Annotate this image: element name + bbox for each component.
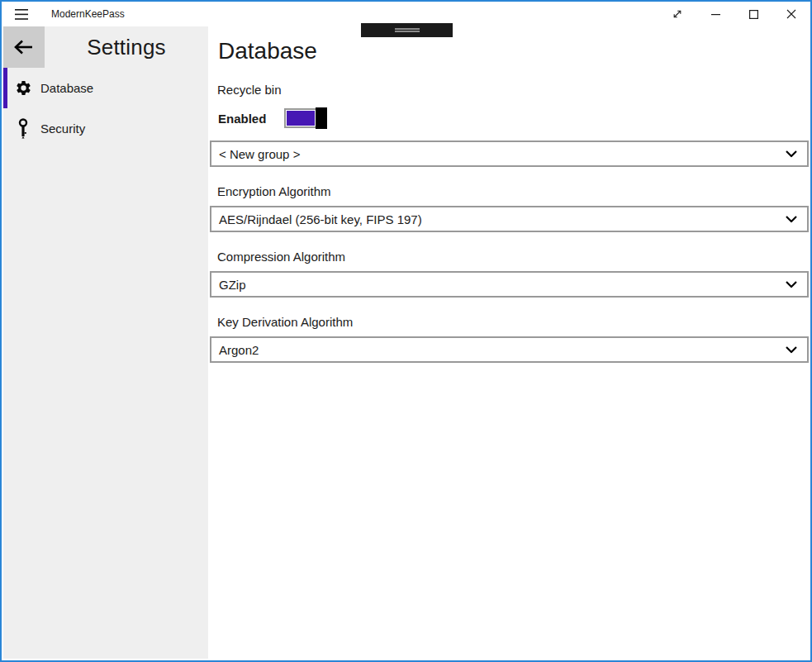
selected-indicator — [3, 68, 7, 108]
key-icon — [14, 120, 32, 138]
minimize-button[interactable] — [696, 2, 734, 26]
close-icon — [786, 9, 796, 19]
dropdown-value: Argon2 — [219, 343, 259, 357]
compression-algorithm-dropdown[interactable]: GZip — [210, 271, 809, 298]
encryption-algorithm-dropdown[interactable]: AES/Rijndael (256-bit key, FIPS 197) — [210, 206, 809, 232]
gear-icon — [14, 79, 32, 98]
minimize-icon — [711, 10, 720, 19]
recycle-bin-toggle-row: Enabled — [218, 107, 809, 129]
key-derivation-algorithm-dropdown[interactable]: Argon2 — [210, 336, 809, 363]
chevron-down-icon — [786, 346, 797, 354]
database-settings-panel: Database Recycle bin Enabled < New group… — [208, 26, 809, 659]
encryption-algorithm-label: Encryption Algorithm — [217, 183, 809, 200]
chevron-down-icon — [786, 281, 797, 288]
hamburger-menu-button[interactable] — [2, 2, 41, 26]
dropdown-value: < New group > — [219, 147, 300, 161]
settings-nav: Database Security — [3, 68, 208, 149]
close-button[interactable] — [772, 2, 810, 26]
selected-indicator — [3, 108, 7, 149]
sidebar-item-security[interactable]: Security — [3, 108, 208, 149]
toggle-fill — [287, 111, 315, 126]
drag-handle-line — [395, 31, 420, 32]
dropdown-value: GZip — [219, 278, 246, 292]
app-window: ModernKeePass — [0, 0, 812, 662]
dropdown-value: AES/Rijndael (256-bit key, FIPS 197) — [219, 212, 422, 226]
settings-sidebar: Settings Database — [3, 26, 208, 659]
fullscreen-button[interactable] — [658, 2, 696, 26]
touch-drag-handle[interactable] — [361, 23, 453, 37]
caption-controls — [658, 2, 810, 26]
sidebar-title: Settings — [45, 26, 208, 68]
maximize-button[interactable] — [734, 2, 772, 26]
page-title: Database — [218, 37, 809, 65]
chevron-down-icon — [786, 216, 797, 223]
fullscreen-icon — [672, 9, 682, 19]
hamburger-icon — [15, 9, 28, 20]
back-arrow-icon — [14, 40, 34, 55]
key-derivation-algorithm-label: Key Derivation Algorithm — [217, 314, 809, 331]
enabled-label: Enabled — [218, 112, 283, 126]
toggle-knob[interactable] — [316, 107, 327, 129]
recycle-bin-toggle[interactable] — [284, 108, 322, 128]
drag-handle-line — [395, 28, 420, 30]
recycle-bin-group-dropdown[interactable]: < New group > — [210, 140, 809, 167]
sidebar-item-label: Database — [40, 81, 93, 95]
window-title: ModernKeePass — [51, 8, 125, 20]
back-button[interactable] — [3, 26, 45, 68]
sidebar-item-label: Security — [40, 121, 85, 136]
recycle-bin-label: Recycle bin — [217, 82, 809, 98]
chevron-down-icon — [786, 150, 797, 158]
compression-algorithm-label: Compression Algorithm — [217, 249, 809, 265]
maximize-icon — [749, 10, 758, 19]
sidebar-item-database[interactable]: Database — [3, 68, 208, 108]
